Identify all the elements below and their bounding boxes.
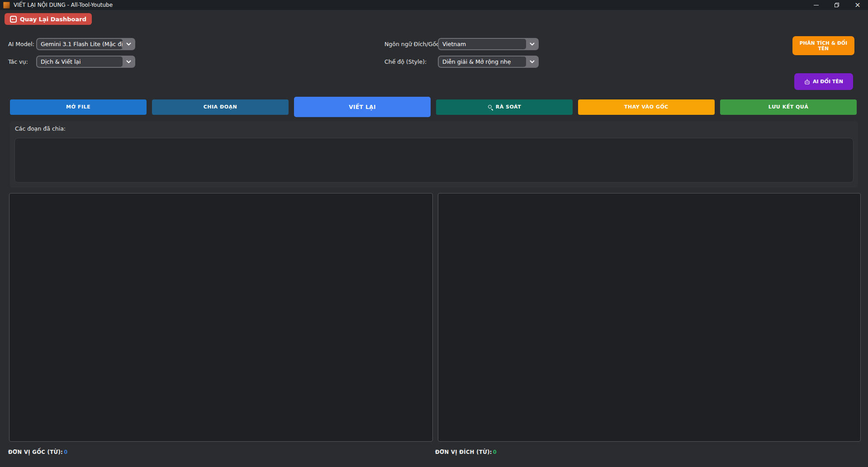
segments-list[interactable] — [14, 138, 854, 183]
review-button[interactable]: RÀ SOÁT — [436, 99, 573, 115]
actions-toolbar: MỞ FILE CHIA ĐOẠN VIẾT LẠI RÀ SOÁT THAY … — [10, 97, 857, 117]
review-button-label: RÀ SOÁT — [496, 104, 521, 110]
chevron-down-icon — [526, 39, 538, 49]
back-to-dashboard-button[interactable]: ← Quay Lại Dashboard — [5, 13, 92, 25]
save-result-button[interactable]: LƯU KẾT QUẢ — [720, 99, 857, 115]
window-controls: × — [806, 0, 868, 10]
ai-model-label: AI Model: — [8, 38, 34, 50]
target-counter-value: 0 — [493, 449, 497, 455]
close-button[interactable]: × — [847, 0, 868, 10]
ai-rename-button[interactable]: AI ĐỔI TÊN — [794, 73, 853, 90]
ai-model-value: Gemini 3.1 Flash Lite (Mặc định) — [37, 39, 123, 49]
target-counter-label: ĐƠN VỊ ĐÍCH (TỪ): — [435, 449, 492, 455]
ai-model-select[interactable]: Gemini 3.1 Flash Lite (Mặc định) — [36, 38, 135, 50]
robot-icon — [804, 79, 810, 85]
source-counter-label: ĐƠN VỊ GỐC (TỪ): — [8, 449, 63, 455]
window-title: VIẾT LẠI NỘI DUNG - All-Tool-Youtube — [14, 2, 113, 8]
chevron-down-icon — [123, 39, 134, 49]
split-segments-button[interactable]: CHIA ĐOẠN — [152, 99, 289, 115]
restore-button[interactable] — [826, 0, 847, 10]
source-word-counter: ĐƠN VỊ GỐC (TỪ): 0 — [8, 449, 68, 455]
language-value: Vietnam — [439, 39, 526, 49]
replace-original-button[interactable]: THAY VÀO GỐC — [578, 99, 715, 115]
close-icon: × — [854, 1, 860, 9]
app-icon — [3, 2, 10, 9]
source-counter-value: 0 — [64, 449, 67, 455]
target-word-counter: ĐƠN VỊ ĐÍCH (TỪ): 0 — [435, 449, 497, 455]
minimize-icon — [814, 5, 819, 5]
style-select[interactable]: Diễn giải & Mở rộng nhẹ — [438, 56, 539, 68]
segments-label: Các đoạn đã chia: — [15, 125, 66, 132]
source-text-editor[interactable] — [9, 193, 433, 442]
language-select[interactable]: Vietnam — [438, 38, 539, 50]
chevron-down-icon — [526, 57, 538, 67]
style-label: Chế độ (Style): — [384, 56, 427, 68]
back-button-label: Quay Lại Dashboard — [20, 16, 86, 23]
magnifier-icon — [488, 104, 493, 110]
style-value: Diễn giải & Mở rộng nhẹ — [439, 57, 526, 67]
language-label: Ngôn ngữ Đích/Gốc: — [384, 38, 441, 50]
analyze-rename-button[interactable]: PHÂN TÍCH & ĐỔI TÊN — [792, 36, 854, 55]
task-value: Dịch & Viết lại — [37, 57, 123, 67]
open-file-button[interactable]: MỞ FILE — [10, 99, 147, 115]
rewrite-button[interactable]: VIẾT LẠI — [294, 97, 431, 117]
chevron-down-icon — [123, 57, 134, 67]
ai-rename-label: AI ĐỔI TÊN — [813, 79, 843, 85]
title-bar: VIẾT LẠI NỘI DUNG - All-Tool-Youtube — [0, 0, 868, 10]
task-select[interactable]: Dịch & Viết lại — [36, 56, 135, 68]
target-text-editor[interactable] — [438, 193, 861, 442]
segments-panel: Các đoạn đã chia: — [10, 121, 858, 188]
restore-icon — [835, 3, 839, 7]
back-arrow-icon: ← — [10, 16, 17, 23]
minimize-button[interactable] — [806, 0, 826, 10]
task-label: Tác vụ: — [8, 56, 28, 68]
